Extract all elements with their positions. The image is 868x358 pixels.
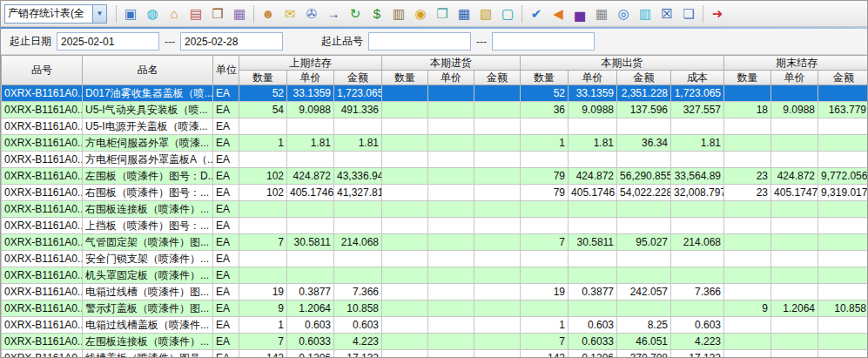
table-row[interactable]: 0XRX-B1161A0...U5-I气动夹具安装板（喷...EA549.098… bbox=[2, 102, 868, 118]
unit-cell[interactable]: EA bbox=[213, 234, 239, 251]
ship-amount-cell[interactable]: 95.027 bbox=[617, 234, 671, 251]
ending-qty-cell[interactable] bbox=[724, 234, 771, 251]
ending-qty-cell[interactable] bbox=[724, 334, 771, 350]
opening-price-cell[interactable] bbox=[287, 251, 334, 267]
purchase-amount-cell[interactable] bbox=[474, 317, 521, 334]
opening-amount-cell[interactable] bbox=[334, 218, 382, 234]
ending-amount-cell[interactable] bbox=[818, 317, 867, 334]
purchase-qty-cell[interactable] bbox=[382, 85, 428, 102]
opening-qty-cell[interactable] bbox=[239, 218, 287, 234]
ship-cost-cell[interactable]: 1.81 bbox=[671, 135, 724, 152]
ending-amount-cell[interactable] bbox=[818, 234, 867, 251]
ship-price-cell[interactable]: 424.872 bbox=[569, 168, 617, 185]
ship-price-cell[interactable] bbox=[569, 251, 617, 267]
item-name-cell[interactable]: 上挡板（喷漆件）图号：... bbox=[83, 218, 213, 234]
ending-qty-cell[interactable] bbox=[724, 118, 771, 135]
ending-amount-cell[interactable] bbox=[818, 201, 867, 218]
ship-qty-cell[interactable]: 142 bbox=[521, 350, 569, 358]
unit-cell[interactable]: EA bbox=[213, 168, 239, 185]
ending-amount-cell[interactable] bbox=[818, 267, 867, 284]
purchase-qty-cell[interactable] bbox=[382, 334, 428, 350]
ending-qty-cell[interactable] bbox=[724, 350, 771, 358]
subheader-purchase-qty[interactable]: 数量 bbox=[382, 71, 428, 85]
purchase-amount-cell[interactable] bbox=[474, 334, 521, 350]
opening-amount-cell[interactable]: 41,327.814 bbox=[334, 185, 382, 201]
monitor-button[interactable]: ▣ bbox=[120, 3, 141, 24]
mail-button[interactable]: ✉ bbox=[279, 3, 300, 24]
item-name-cell[interactable]: 左围板（喷漆件）图号：D... bbox=[83, 168, 213, 185]
table-row[interactable]: 0XRX-B1161A0...安全门锁支架（喷漆件）...EA bbox=[2, 251, 868, 267]
ship-qty-cell[interactable]: 52 bbox=[521, 85, 569, 102]
opening-qty-cell[interactable]: 1 bbox=[239, 135, 287, 152]
item-name-cell[interactable]: 电箱过线槽（喷漆件）图... bbox=[83, 284, 213, 301]
ship-qty-cell[interactable] bbox=[521, 251, 569, 267]
item-name-cell[interactable]: D017油雾收集器盖板（喷... bbox=[83, 85, 213, 102]
ship-amount-cell[interactable] bbox=[617, 251, 671, 267]
item-name-cell[interactable]: U5-I气动夹具安装板（喷... bbox=[83, 102, 213, 118]
item-name-cell[interactable]: 方电柜伺服器外罩盖板A（... bbox=[83, 152, 213, 168]
table-row[interactable]: 0XRX-B1161A0...方电柜伺服器外罩（喷漆...EA11.811.81… bbox=[2, 135, 868, 152]
purchase-qty-cell[interactable] bbox=[382, 152, 428, 168]
purchase-price-cell[interactable] bbox=[428, 284, 474, 301]
purchase-amount-cell[interactable] bbox=[474, 284, 521, 301]
item-name-cell[interactable]: 方电柜伺服器外罩（喷漆... bbox=[83, 135, 213, 152]
purchase-amount-cell[interactable] bbox=[474, 102, 521, 118]
subheader-purchase-amount[interactable]: 金额 bbox=[474, 71, 521, 85]
table-row[interactable]: 0XRX-B1161A0...方电柜伺服器外罩盖板A（...EA bbox=[2, 152, 868, 168]
purchase-price-cell[interactable] bbox=[428, 301, 474, 317]
ship-cost-cell[interactable] bbox=[671, 152, 724, 168]
ship-amount-cell[interactable]: 242.057 bbox=[617, 284, 671, 301]
item-no-cell[interactable]: 0XRX-B1161A0... bbox=[2, 317, 83, 334]
table-row[interactable]: 0XRX-B1161A0...机头罩固定板（喷漆件）...EA bbox=[2, 267, 868, 284]
ship-amount-cell[interactable]: 46.051 bbox=[617, 334, 671, 350]
ending-price-cell[interactable] bbox=[771, 118, 818, 135]
ship-qty-cell[interactable] bbox=[521, 218, 569, 234]
building-button[interactable]: ▦ bbox=[591, 3, 612, 24]
item-no-cell[interactable]: 0XRX-B1161A0... bbox=[2, 135, 83, 152]
ship-price-cell[interactable]: 1.81 bbox=[569, 135, 617, 152]
ending-price-cell[interactable] bbox=[771, 251, 818, 267]
subheader-ending-amount[interactable]: 金额 bbox=[818, 71, 867, 85]
purchase-price-cell[interactable] bbox=[428, 201, 474, 218]
ship-qty-cell[interactable]: 19 bbox=[521, 284, 569, 301]
chart-button[interactable]: ▅ bbox=[569, 3, 590, 24]
purchase-price-cell[interactable] bbox=[428, 85, 474, 102]
unit-cell[interactable]: EA bbox=[213, 251, 239, 267]
col-header-item-no[interactable]: 品号 bbox=[2, 56, 83, 85]
opening-price-cell[interactable] bbox=[287, 218, 334, 234]
opening-price-cell[interactable]: 30.5811 bbox=[287, 234, 334, 251]
opening-qty-cell[interactable]: 7 bbox=[239, 234, 287, 251]
item-to-input[interactable] bbox=[492, 32, 595, 51]
report-type-combo[interactable]: 产销存统计表(全 ▼ bbox=[4, 4, 107, 24]
opening-price-cell[interactable] bbox=[287, 118, 334, 135]
ship-amount-cell[interactable]: 137.596 bbox=[617, 102, 671, 118]
purchase-amount-cell[interactable] bbox=[474, 168, 521, 185]
purchase-qty-cell[interactable] bbox=[382, 118, 428, 135]
item-name-cell[interactable]: 安全门锁支架（喷漆件）... bbox=[83, 251, 213, 267]
ship-cost-cell[interactable] bbox=[671, 251, 724, 267]
purchase-amount-cell[interactable] bbox=[474, 118, 521, 135]
table-row[interactable]: 0XRX-B1161A0...电箱过线槽盖板（喷漆件...EA10.6030.6… bbox=[2, 317, 868, 334]
ship-amount-cell[interactable] bbox=[617, 118, 671, 135]
opening-qty-cell[interactable]: 54 bbox=[239, 102, 287, 118]
ship-cost-cell[interactable] bbox=[671, 218, 724, 234]
item-from-input[interactable] bbox=[368, 32, 471, 51]
ship-cost-cell[interactable]: 327.557 bbox=[671, 102, 724, 118]
item-no-cell[interactable]: 0XRX-B1161A0... bbox=[2, 218, 83, 234]
ending-amount-cell[interactable] bbox=[818, 284, 867, 301]
purchase-qty-cell[interactable] bbox=[382, 102, 428, 118]
unit-cell[interactable]: EA bbox=[213, 185, 239, 201]
purchase-qty-cell[interactable] bbox=[382, 168, 428, 185]
opening-price-cell[interactable]: 0.6033 bbox=[287, 334, 334, 350]
subheader-ending-qty[interactable]: 数量 bbox=[724, 71, 771, 85]
item-no-cell[interactable]: 0XRX-B1161A0... bbox=[2, 334, 83, 350]
opening-price-cell[interactable] bbox=[287, 201, 334, 218]
table-row[interactable]: 0XRX-B1161A0...右围板连接板（喷漆件）...EA bbox=[2, 201, 868, 218]
item-name-cell[interactable]: 电箱过线槽盖板（喷漆件... bbox=[83, 317, 213, 334]
purchase-price-cell[interactable] bbox=[428, 118, 474, 135]
purchase-amount-cell[interactable] bbox=[474, 218, 521, 234]
col-header-unit[interactable]: 单位 bbox=[213, 56, 239, 85]
form-view-button[interactable]: ▧ bbox=[475, 3, 496, 24]
purchase-price-cell[interactable] bbox=[428, 267, 474, 284]
ship-cost-cell[interactable]: 214.068 bbox=[671, 234, 724, 251]
